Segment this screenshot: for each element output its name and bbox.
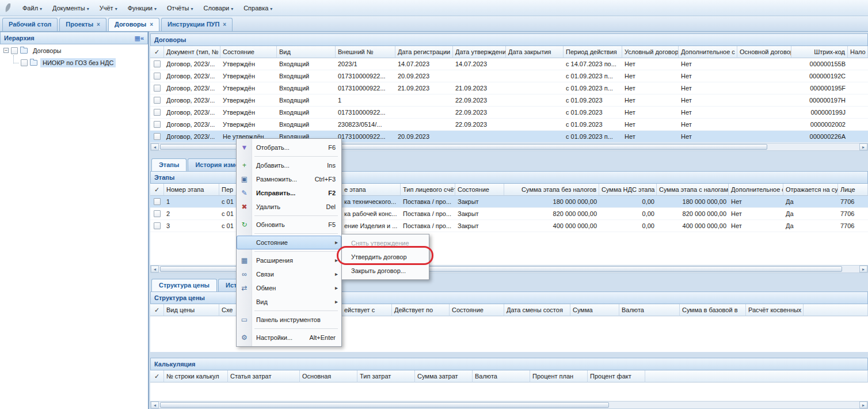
row-checkbox[interactable] [154, 60, 161, 67]
column-header[interactable]: Процент факт [588, 370, 645, 383]
table-row[interactable]: Договор, 2023/...УтверждёнВходящий017310… [150, 70, 868, 82]
column-header[interactable]: Расчёт косвенных [746, 304, 804, 316]
tree-node[interactable]: НИОКР по ГОЗ без НДС [0, 56, 148, 69]
context-menu-item[interactable]: ↻ОбновитьF5 [237, 218, 341, 232]
column-header[interactable]: ✓ [150, 370, 164, 383]
row-checkbox[interactable] [154, 198, 161, 205]
row-checkbox[interactable] [154, 133, 161, 140]
row-checkbox[interactable] [154, 121, 161, 128]
grid-icon[interactable]: ▦ [134, 35, 140, 41]
column-header[interactable]: ✓ [150, 184, 164, 196]
section-tab[interactable]: Структура цены [151, 279, 217, 291]
column-header[interactable]: Условный договор [622, 46, 679, 58]
menubar-item[interactable]: Документы▾ [47, 2, 94, 14]
context-menu-item[interactable]: ▼Отобрать...F6 [237, 141, 341, 154]
scroll-left-arrow-icon[interactable]: ◂ [151, 266, 159, 272]
column-header[interactable] [804, 304, 868, 316]
context-menu-item[interactable]: ✖УдалитьDel [237, 200, 341, 214]
context-menu-item[interactable]: ⚙Настройки...Alt+Enter [237, 331, 341, 344]
scroll-right-arrow-icon[interactable]: ▸ [859, 402, 867, 408]
column-header[interactable]: Сумма в базовой в [680, 304, 746, 316]
close-icon[interactable]: × [223, 21, 226, 28]
column-header[interactable]: Действует по [392, 304, 450, 316]
column-header[interactable]: Дополнительное с [729, 184, 783, 196]
collapse-icon[interactable]: « [140, 35, 144, 41]
document-tab[interactable]: Рабочий стол [2, 18, 58, 31]
column-header[interactable]: Дата смены состоя [504, 304, 570, 316]
scroll-right-arrow-icon[interactable]: ▸ [859, 266, 867, 272]
column-header[interactable]: Лице [838, 184, 868, 196]
row-checkbox[interactable] [154, 210, 161, 217]
row-checkbox[interactable] [154, 109, 161, 116]
section-tab[interactable]: Этапы [151, 158, 186, 171]
horizontal-scrollbar[interactable]: ◂ ▸ [150, 401, 868, 409]
expander-icon[interactable]: − [3, 48, 9, 53]
document-tab[interactable]: Договоры× [108, 18, 159, 31]
column-header[interactable]: Валюта [619, 304, 680, 316]
state-submenu-item[interactable]: Закрыть договор... [342, 264, 429, 278]
column-header[interactable]: Вид [277, 46, 336, 58]
state-submenu-item[interactable]: Снять утверждение [342, 236, 429, 250]
column-header[interactable]: Номер этапа [164, 184, 219, 196]
scroll-right-arrow-icon[interactable]: ▸ [859, 143, 867, 150]
context-menu-item[interactable]: ✎Исправить...F2 [237, 186, 341, 200]
context-menu-item[interactable]: ⇄Обмен▸ [237, 281, 341, 295]
column-header[interactable]: Валюта [473, 370, 530, 383]
column-header[interactable]: Сумма [570, 304, 619, 316]
context-menu-item[interactable]: ∞Связи▸ [237, 267, 341, 281]
column-header[interactable]: Процент план [530, 370, 588, 383]
column-header[interactable]: Тип затрат [357, 370, 415, 383]
state-submenu-item[interactable]: Утвердить договор [342, 250, 429, 264]
row-checkbox[interactable] [154, 222, 161, 229]
column-header[interactable]: Основная [300, 370, 357, 383]
column-header[interactable]: Нало [848, 46, 868, 58]
scrollbar-thumb[interactable] [160, 402, 609, 408]
menubar-item[interactable]: Учёт▾ [94, 2, 123, 14]
table-row[interactable]: Договор, 2023/...УтверждёнВходящий122.09… [150, 94, 868, 107]
column-header[interactable]: Сумма НДС этапа [599, 184, 657, 196]
column-header[interactable]: Внешний № [336, 46, 395, 58]
column-header[interactable]: Период действия [564, 46, 622, 58]
column-header[interactable]: Основной договор [737, 46, 791, 58]
column-header[interactable]: ✓ [150, 304, 164, 316]
row-checkbox[interactable] [154, 73, 161, 79]
node-checkbox[interactable] [11, 47, 18, 54]
close-icon[interactable]: × [97, 21, 100, 28]
menubar-item[interactable]: Файл▾ [17, 2, 47, 14]
column-header[interactable]: Вид цены [164, 304, 219, 316]
column-header[interactable]: Состояние [455, 184, 504, 196]
column-header[interactable]: Дата утверждения [453, 46, 506, 58]
document-tab[interactable]: Проекты× [59, 18, 106, 31]
table-row[interactable]: Договор, 2023/...УтверждёнВходящий017310… [150, 82, 868, 94]
column-header[interactable]: Тип лицевого счёт [401, 184, 455, 196]
row-checkbox[interactable] [154, 97, 161, 104]
column-header[interactable]: Дата закрытия [506, 46, 564, 58]
context-menu-item[interactable]: Вид▸ [237, 295, 341, 309]
document-tab[interactable]: Инструкции ПУП× [161, 18, 233, 31]
context-menu-item[interactable]: ▭Панель инструментов [237, 313, 341, 327]
menubar-item[interactable]: Справка▾ [238, 2, 277, 14]
column-header[interactable]: Документ (тип, № [164, 46, 220, 58]
column-header[interactable]: Статья затрат [228, 370, 300, 383]
context-menu-item[interactable]: +Добавить...Ins [237, 158, 341, 172]
table-row[interactable]: Договор, 2023/...УтверждёнВходящий2023/1… [150, 58, 868, 70]
tree-node[interactable]: −Договоры [0, 44, 148, 56]
column-header[interactable]: Штрих-код [791, 46, 848, 58]
column-header[interactable]: Сумма затрат [415, 370, 473, 383]
node-checkbox[interactable] [21, 59, 28, 66]
table-row[interactable]: Договор, 2023/...УтверждёнВходящий017310… [150, 107, 868, 119]
column-header[interactable]: Дополнительное с [679, 46, 737, 58]
scroll-left-arrow-icon[interactable]: ◂ [151, 402, 159, 408]
column-header[interactable] [645, 370, 868, 383]
context-menu-item[interactable]: Состояние▸ [237, 236, 341, 249]
row-checkbox[interactable] [154, 85, 161, 92]
menubar-item[interactable]: Функции▾ [123, 2, 162, 14]
menubar-item[interactable]: Словари▾ [198, 2, 238, 14]
menubar-item[interactable]: Отчёты▾ [162, 2, 198, 14]
column-header[interactable]: Сумма этапа с налогами [657, 184, 729, 196]
column-header[interactable]: ✓ [150, 46, 164, 58]
column-header[interactable]: Состояние [450, 304, 504, 316]
column-header[interactable]: ействует с [342, 304, 392, 316]
scroll-left-arrow-icon[interactable]: ◂ [151, 143, 159, 150]
column-header[interactable]: е этапа [342, 184, 401, 196]
